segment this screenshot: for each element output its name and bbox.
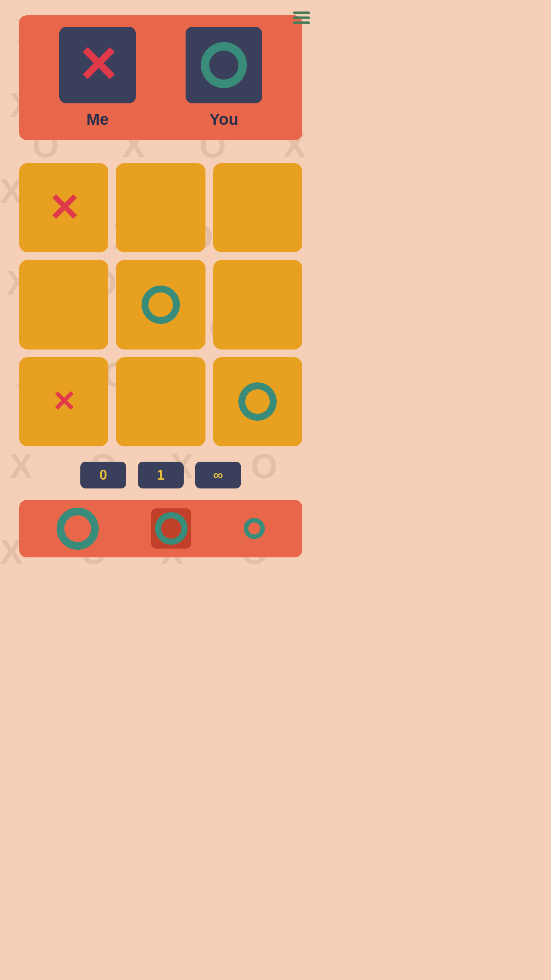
cell-7[interactable] [116,357,205,446]
o-symbol-large [201,42,247,88]
o-piece-medium [155,512,187,545]
player-you-label: You [209,110,238,129]
player-me-icon-box: ✕ [59,27,136,103]
player-you-slot: You [186,27,262,129]
player-you-icon-box [186,27,262,103]
cell-8-o [238,382,277,421]
score-badge-left: 0 [80,462,126,488]
score-badge-middle: 1 [138,462,184,488]
menu-button[interactable] [293,11,310,24]
game-board: ✕ ✕ [19,163,302,446]
player-card: ✕ Me You [19,15,302,140]
cell-2[interactable] [213,163,302,252]
infinity-symbol: ∞ [213,467,223,483]
cell-5[interactable] [213,260,302,349]
cell-4[interactable] [116,260,205,349]
score-row: 0 1 ∞ [19,462,302,488]
cell-3[interactable] [19,260,108,349]
cell-6-x: ✕ [52,387,76,416]
cell-1[interactable] [116,163,205,252]
piece-slot-medium[interactable] [151,508,191,549]
menu-icon-line1 [293,11,310,14]
cell-0[interactable]: ✕ [19,163,108,252]
cell-0-x: ✕ [48,189,80,227]
score-badge-right: ∞ [195,462,241,488]
piece-slot-small[interactable] [244,518,265,539]
menu-icon-line3 [293,21,310,24]
menu-icon-line2 [293,16,310,19]
player-me-slot: ✕ Me [59,27,136,129]
cell-6[interactable]: ✕ [19,357,108,446]
o-piece-small [244,518,265,539]
player-me-label: Me [86,110,109,129]
x-symbol-large: ✕ [77,40,119,90]
piece-selector [19,500,302,557]
cell-8[interactable] [213,357,302,446]
cell-4-o [142,286,180,324]
o-piece-large [57,508,99,550]
piece-slot-large[interactable] [57,508,99,550]
